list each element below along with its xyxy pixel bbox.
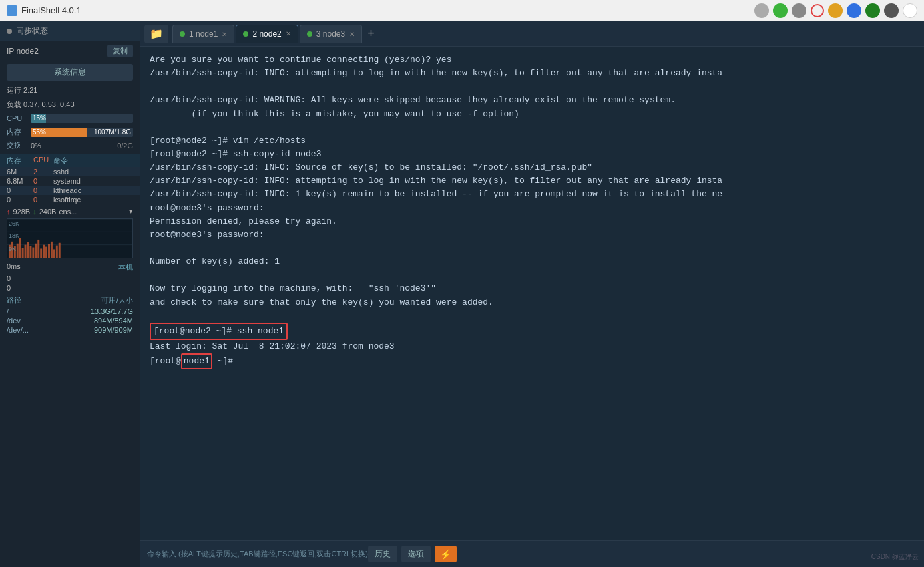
win-btn-yellow[interactable] bbox=[828, 3, 843, 18]
svg-rect-11 bbox=[29, 246, 31, 258]
sidebar: 同步状态 IP node2 复制 系统信息 运行 2:21 负载 0.37, 0… bbox=[0, 21, 140, 567]
proc-cpu-0: 2 bbox=[33, 168, 53, 176]
tab-close-node1[interactable]: ✕ bbox=[222, 31, 227, 38]
ping-val-row2: 0 bbox=[0, 283, 140, 293]
proc-cmd-3: ksoftirqc bbox=[53, 196, 133, 204]
svg-rect-15 bbox=[40, 248, 42, 258]
ping-right: 本机 bbox=[118, 262, 133, 272]
tab-dot-node3 bbox=[307, 31, 312, 37]
ip-label: IP node2 bbox=[7, 47, 39, 56]
disk-size-devshm: 909M/909M bbox=[94, 326, 133, 334]
proc-cpu-1: 0 bbox=[33, 177, 53, 185]
tab-label-node1: 1 node1 bbox=[189, 29, 218, 39]
win-btn-red[interactable] bbox=[811, 4, 824, 17]
svg-rect-7 bbox=[19, 238, 21, 258]
svg-rect-8 bbox=[22, 248, 24, 258]
swap-row: 交换 0% 0/2G bbox=[0, 139, 140, 152]
win-btn-darkgreen[interactable] bbox=[865, 3, 880, 18]
terminal-area: 📁 1 node1 ✕ 2 node2 ✕ 3 node3 ✕ + Are yo… bbox=[140, 21, 924, 567]
copy-button[interactable]: 复制 bbox=[107, 45, 133, 57]
proc-row-systemd: 6.8M 0 systemd bbox=[0, 176, 140, 186]
tab-dot-node2 bbox=[243, 31, 248, 37]
proc-mem-3: 0 bbox=[7, 196, 33, 204]
window-controls bbox=[754, 3, 917, 18]
term-line-12: Permission denied, please try again. bbox=[150, 215, 915, 228]
term-line-18: and check to make sure that only the key… bbox=[150, 296, 915, 309]
mem-value: 55% bbox=[33, 128, 46, 137]
term-line-13: root@node3's password: bbox=[150, 228, 915, 242]
ssh-cmd-highlight: [root@node2 ~]# ssh node1 bbox=[150, 323, 288, 340]
proc-row-kthreadc: 0 0 kthreadc bbox=[0, 186, 140, 195]
terminal-output[interactable]: Are you sure you want to continue connec… bbox=[140, 47, 924, 540]
win-dot-green[interactable] bbox=[773, 3, 788, 18]
term-line-9: /usr/bin/ssh-copy-id: INFO: attempting t… bbox=[150, 174, 915, 188]
app-icon bbox=[7, 5, 17, 16]
proc-mem-1: 6.8M bbox=[7, 177, 33, 185]
tab-folder-icon[interactable]: 📁 bbox=[144, 25, 168, 43]
ping-val-1: 0 bbox=[7, 284, 11, 292]
main-layout: 同步状态 IP node2 复制 系统信息 运行 2:21 负载 0.37, 0… bbox=[0, 21, 924, 567]
ping-label: 0ms bbox=[7, 262, 21, 272]
mem-bar: 55% 1007M/1.8G bbox=[31, 128, 133, 137]
mem-stat-row: 内存 55% 1007M/1.8G bbox=[0, 125, 140, 139]
svg-rect-12 bbox=[32, 248, 34, 258]
term-line-5 bbox=[150, 121, 915, 134]
net-up-icon: ↑ bbox=[7, 208, 11, 216]
load-row: 负载 0.37, 0.53, 0.43 bbox=[0, 98, 140, 112]
cmd-hint: 命令输入 (按ALT键提示历史,TAB键路径,ESC键返回,双击CTRL切换) bbox=[147, 549, 368, 559]
tab-close-node2[interactable]: ✕ bbox=[286, 30, 291, 37]
disk-header: 路径 可用/大小 bbox=[7, 295, 133, 305]
disk-row-devshm: /dev/... 909M/909M bbox=[7, 325, 133, 335]
ping-val-0: 0 bbox=[7, 274, 11, 282]
proc-header: 内存 CPU 命令 bbox=[0, 154, 140, 167]
disk-row-dev: /dev 894M/894M bbox=[7, 316, 133, 325]
swap-percent: 0% bbox=[31, 142, 41, 150]
tab-node1[interactable]: 1 node1 ✕ bbox=[172, 25, 234, 43]
tab-node2[interactable]: 2 node2 ✕ bbox=[236, 25, 298, 43]
proc-cpu-2: 0 bbox=[33, 186, 53, 194]
tab-close-node3[interactable]: ✕ bbox=[349, 31, 355, 38]
proc-col-mem-header: 内存 bbox=[7, 156, 33, 166]
win-btn-blue[interactable] bbox=[847, 3, 861, 18]
win-btn-white[interactable] bbox=[903, 3, 917, 18]
net-row: ↑ 928B ↓ 240B ens... ▾ bbox=[7, 207, 133, 216]
history-button[interactable]: 历史 bbox=[368, 546, 397, 562]
options-button[interactable]: 选项 bbox=[401, 546, 431, 562]
term-line-2 bbox=[150, 80, 915, 93]
sync-status-row: 同步状态 bbox=[0, 21, 140, 41]
net-up-value: 928B bbox=[13, 208, 31, 216]
svg-rect-17 bbox=[45, 247, 47, 258]
win-btn-dark[interactable] bbox=[884, 3, 899, 18]
term-line-17: Now try logging into the machine, with: … bbox=[150, 282, 915, 295]
svg-rect-18 bbox=[48, 244, 50, 258]
term-line-1: /usr/bin/ssh-copy-id: INFO: attempting t… bbox=[150, 67, 915, 80]
graph-label-18k: 18K bbox=[9, 232, 19, 239]
term-line-14 bbox=[150, 242, 915, 255]
term-line-0: Are you sure you want to continue connec… bbox=[150, 53, 915, 67]
tab-label-node3: 3 node3 bbox=[316, 29, 345, 39]
ping-val-row: 0 bbox=[0, 274, 140, 283]
term-line-ssh-node1: [root@node2 ~]# ssh node1 bbox=[150, 323, 915, 340]
proc-col-cmd-header: 命令 bbox=[53, 156, 133, 166]
proc-mem-2: 0 bbox=[7, 186, 33, 194]
tab-add-button[interactable]: + bbox=[363, 27, 379, 41]
term-line-7: [root@node2 ~]# ssh-copy-id node3 bbox=[150, 148, 915, 161]
cpu-value: 15% bbox=[33, 114, 46, 123]
load-label: 负载 0.37, 0.53, 0.43 bbox=[7, 100, 75, 110]
disk-path-header: 路径 bbox=[7, 295, 21, 305]
term-line-3: /usr/bin/ssh-copy-id: WARNING: All keys … bbox=[150, 93, 915, 107]
sysinfo-button[interactable]: 系统信息 bbox=[7, 64, 133, 81]
disk-path-root: / bbox=[7, 307, 9, 315]
net-expand-icon[interactable]: ▾ bbox=[129, 207, 133, 216]
svg-rect-14 bbox=[37, 240, 39, 258]
net-graph: 26K 18K 9K bbox=[7, 218, 133, 258]
mem-label: 内存 bbox=[7, 127, 27, 137]
lightning-button[interactable]: ⚡ bbox=[435, 546, 457, 562]
term-line-15: Number of key(s) added: 1 bbox=[150, 255, 915, 268]
win-dot-gray[interactable] bbox=[754, 3, 769, 18]
proc-cmd-0: sshd bbox=[53, 168, 133, 176]
win-dot-gray2[interactable] bbox=[792, 3, 806, 18]
tab-node3[interactable]: 3 node3 ✕ bbox=[300, 25, 362, 43]
tab-dot-node1 bbox=[180, 31, 185, 37]
cpu-bar-fill: 15% bbox=[31, 114, 46, 123]
